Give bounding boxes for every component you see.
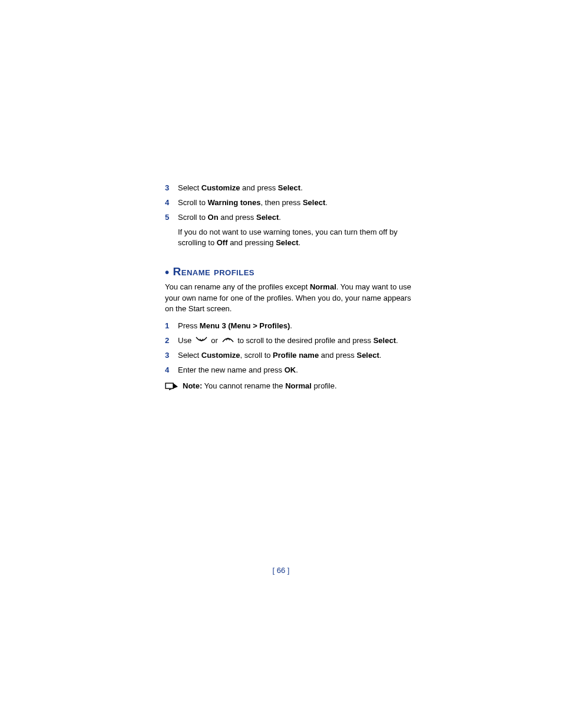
- bold-term: On: [208, 213, 219, 222]
- step-item: 4 Enter the new name and press OK.: [165, 365, 415, 376]
- bold-term: Select: [276, 238, 298, 247]
- bold-term: Select: [356, 351, 379, 360]
- text: .: [300, 183, 303, 192]
- step-item: 5 Scroll to On and press Select.: [165, 212, 415, 223]
- svg-rect-0: [166, 383, 173, 388]
- down-key-icon: [195, 335, 208, 347]
- step-text: Select Customize, scroll to Profile name…: [178, 350, 415, 361]
- text: Enter the new name and press: [178, 365, 285, 374]
- text: to scroll to the desired profile and pre…: [237, 336, 373, 345]
- step-number: 2: [165, 335, 178, 347]
- step-text: Press Menu 3 (Menu > Profiles).: [178, 321, 415, 332]
- note-text: Note: You cannot rename the Normal profi…: [183, 381, 337, 392]
- up-key-icon: [222, 335, 234, 347]
- text: .: [279, 213, 281, 222]
- text: .: [325, 198, 328, 207]
- step-item: 4 Scroll to Warning tones, then press Se…: [165, 197, 415, 209]
- bold-term: Normal: [285, 381, 312, 390]
- text: Select: [178, 351, 201, 360]
- step-number: 4: [165, 365, 178, 376]
- text: Press: [178, 321, 200, 330]
- step-item: 2 Use or to scroll to the desired profil…: [165, 335, 415, 347]
- text: Use: [178, 336, 194, 345]
- bold-term: Customize: [201, 351, 240, 360]
- text: Scroll to: [178, 213, 208, 222]
- text: Scroll to: [178, 198, 208, 207]
- step-text: Use or to scroll to the desired profile …: [178, 335, 415, 347]
- text: You can rename any of the profiles excep…: [165, 282, 310, 291]
- note-block: Note: You cannot rename the Normal profi…: [165, 381, 415, 395]
- text: or: [211, 336, 220, 345]
- text: and press: [240, 183, 277, 192]
- step-number: 1: [165, 321, 178, 332]
- text: You cannot rename the: [202, 381, 285, 390]
- text: .: [290, 321, 292, 330]
- bold-term: Profile name: [273, 351, 319, 360]
- bold-term: Select: [373, 336, 396, 345]
- step-item: 3 Select Customize, scroll to Profile na…: [165, 350, 415, 361]
- step-text: Scroll to Warning tones, then press Sele…: [178, 197, 415, 209]
- text: and press: [319, 351, 356, 360]
- bold-term: Normal: [310, 282, 336, 291]
- step-item: 1 Press Menu 3 (Menu > Profiles).: [165, 321, 415, 332]
- step-number: 3: [165, 350, 178, 361]
- bold-term: Select: [303, 198, 325, 207]
- text: , then press: [260, 198, 303, 207]
- bold-term: Select: [278, 183, 300, 192]
- step-item: 3 Select Customize and press Select.: [165, 183, 415, 194]
- note-icon: [165, 382, 180, 395]
- text: Select: [178, 183, 201, 192]
- note-label: Note:: [183, 381, 202, 390]
- document-page: 3 Select Customize and press Select. 4 S…: [0, 0, 562, 395]
- bold-term: Menu 3: [200, 321, 226, 330]
- bold-term: OK: [285, 365, 296, 374]
- text: and press: [219, 213, 256, 222]
- step-text: Enter the new name and press OK.: [178, 365, 415, 376]
- followup-paragraph: If you do not want to use warning tones,…: [178, 227, 415, 249]
- text: .: [296, 365, 298, 374]
- bold-term: Select: [256, 213, 279, 222]
- bold-term: Warning tones: [208, 198, 261, 207]
- step-number: 4: [165, 197, 178, 209]
- text: and pressing: [228, 238, 276, 247]
- step-text: Select Customize and press Select.: [178, 183, 415, 194]
- bold-term: Customize: [201, 183, 240, 192]
- text: .: [379, 351, 382, 360]
- bold-term: Off: [217, 238, 228, 247]
- bold-term: (Menu > Profiles): [226, 321, 290, 330]
- text: profile.: [312, 381, 337, 390]
- step-number: 5: [165, 212, 178, 223]
- step-text: Scroll to On and press Select.: [178, 212, 415, 223]
- intro-paragraph: You can rename any of the profiles excep…: [165, 282, 415, 315]
- page-number: [ 66 ]: [0, 566, 562, 575]
- step-number: 3: [165, 183, 178, 194]
- section-heading-rename-profiles: •Rename profiles: [165, 265, 415, 279]
- text: .: [396, 336, 398, 345]
- bullet-icon: •: [165, 266, 170, 279]
- text: , scroll to: [240, 351, 273, 360]
- text: .: [299, 238, 301, 247]
- heading-text: Rename profiles: [173, 265, 254, 278]
